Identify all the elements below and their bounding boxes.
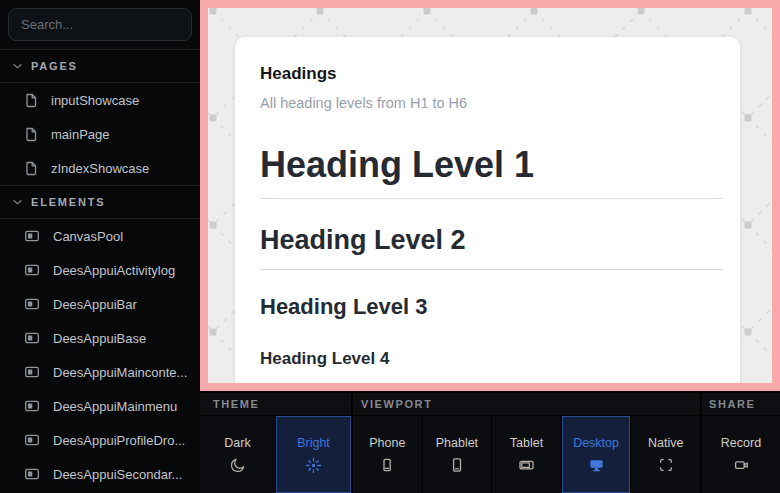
section-label: ELEMENTS: [31, 196, 105, 208]
toolbar-group-label-share: SHARE: [702, 393, 780, 415]
sidebar-item-canvaspool[interactable]: CanvasPool: [0, 219, 200, 253]
phablet-button[interactable]: Phablet: [423, 416, 492, 493]
sun-icon: [305, 457, 322, 474]
page-icon: [24, 161, 38, 176]
sidebar-item-mainpage[interactable]: mainPage: [0, 117, 200, 151]
app-root: PAGESinputShowcasemainPagezIndexShowcase…: [0, 0, 780, 493]
sidebar-item-deesappuibase[interactable]: DeesAppuiBase: [0, 321, 200, 355]
toolbar-section-labels: THEMEVIEWPORTSHARE: [200, 393, 780, 415]
card-subtitle: All heading levels from H1 to H6: [260, 95, 715, 111]
element-icon: [24, 296, 40, 312]
heading-level-4: Heading Level 4: [260, 349, 715, 369]
heading-rule: [260, 198, 723, 199]
tablet-icon: [518, 457, 535, 473]
sidebar-item-label: DeesAppuiSecondar...: [53, 467, 182, 482]
group-label-text: THEME: [213, 398, 260, 410]
element-icon: [24, 432, 40, 448]
tile-label: Phone: [369, 436, 405, 450]
sidebar-item-deesappuiprofiledro[interactable]: DeesAppuiProfileDro...: [0, 423, 200, 457]
preview-canvas-frame: Headings All heading levels from H1 to H…: [200, 0, 780, 391]
sidebar-item-label: DeesAppuiBar: [53, 297, 137, 312]
canvas-pattern-area: Headings All heading levels from H1 to H…: [208, 8, 772, 383]
heading-level-2: Heading Level 2: [260, 225, 715, 256]
sidebar-item-label: DeesAppuiActivitylog: [53, 263, 175, 278]
element-icon: [24, 262, 40, 278]
native-button[interactable]: Native: [631, 416, 700, 493]
element-icon: [24, 330, 40, 346]
sidebar-item-label: mainPage: [51, 127, 110, 142]
sidebar-item-zindexshowcase[interactable]: zIndexShowcase: [0, 151, 200, 185]
heading-level-3: Heading Level 3: [260, 294, 715, 319]
sidebar-item-inputshowcase[interactable]: inputShowcase: [0, 83, 200, 117]
dark-button[interactable]: Dark: [200, 416, 275, 493]
toolbar-group-viewport: PhonePhabletTabletDesktopNative: [353, 416, 700, 493]
element-icon: [24, 364, 40, 380]
desktop-button[interactable]: Desktop: [562, 416, 631, 493]
bottom-toolbar: THEMEVIEWPORTSHARE DarkBrightPhonePhable…: [200, 393, 780, 493]
sidebar-item-label: zIndexShowcase: [51, 161, 149, 176]
chevron-down-icon: [13, 62, 22, 70]
element-icon: [24, 466, 40, 482]
heading-level-1: Heading Level 1: [260, 144, 715, 185]
card-title: Headings: [260, 64, 715, 84]
sidebar-item-deesappuimainmenu[interactable]: DeesAppuiMainmenu: [0, 389, 200, 423]
sidebar-item-label: CanvasPool: [53, 229, 123, 244]
sidebar-item-label: DeesAppuiMainmenu: [53, 399, 177, 414]
section-header-elements[interactable]: ELEMENTS: [0, 186, 200, 218]
tablet-button[interactable]: Tablet: [492, 416, 561, 493]
sidebar-item-label: inputShowcase: [51, 93, 139, 108]
toolbar-group-label-theme: THEME: [200, 393, 351, 415]
desktop-icon: [588, 457, 605, 473]
element-icon: [24, 398, 40, 414]
tile-label: Phablet: [436, 436, 478, 450]
phone-icon: [379, 457, 395, 473]
sidebar-item-label: DeesAppuiProfileDro...: [53, 433, 185, 448]
sidebar-item-label: DeesAppuiBase: [53, 331, 146, 346]
sidebar: PAGESinputShowcasemainPagezIndexShowcase…: [0, 0, 200, 493]
sidebar-item-label: DeesAppuiMainconte...: [53, 365, 187, 380]
search-container: [0, 0, 200, 49]
group-label-text: SHARE: [709, 398, 756, 410]
section-header-pages[interactable]: PAGES: [0, 50, 200, 82]
element-icon: [24, 228, 40, 244]
toolbar-buttons: DarkBrightPhonePhabletTabletDesktopNativ…: [200, 416, 780, 493]
record-button[interactable]: Record: [702, 416, 780, 493]
moon-icon: [230, 457, 246, 473]
toolbar-group-theme: DarkBright: [200, 416, 351, 493]
tile-label: Dark: [224, 436, 250, 450]
headings-showcase-card: Headings All heading levels from H1 to H…: [235, 37, 740, 383]
phablet-icon: [449, 457, 465, 473]
bright-button[interactable]: Bright: [276, 416, 351, 493]
toolbar-group-label-viewport: VIEWPORT: [353, 393, 700, 415]
sidebar-item-deesappuimainconte[interactable]: DeesAppuiMainconte...: [0, 355, 200, 389]
sidebar-item-deesappuisecondar[interactable]: DeesAppuiSecondar...: [0, 457, 200, 491]
sidebar-sections: PAGESinputShowcasemainPagezIndexShowcase…: [0, 50, 200, 491]
chevron-down-icon: [13, 198, 22, 206]
section-label: PAGES: [31, 60, 78, 72]
record-icon: [733, 457, 750, 473]
sidebar-item-deesappuibar[interactable]: DeesAppuiBar: [0, 287, 200, 321]
tile-label: Tablet: [510, 436, 543, 450]
phone-button[interactable]: Phone: [353, 416, 422, 493]
native-icon: [658, 457, 674, 473]
heading-rule: [260, 269, 723, 270]
group-label-text: VIEWPORT: [361, 398, 432, 410]
page-icon: [24, 93, 38, 108]
tile-label: Desktop: [573, 436, 619, 450]
search-input[interactable]: [8, 8, 192, 41]
page-icon: [24, 127, 38, 142]
tile-label: Bright: [297, 436, 330, 450]
tile-label: Native: [648, 436, 683, 450]
tile-label: Record: [721, 436, 761, 450]
headings-list: Heading Level 1Heading Level 2Heading Le…: [260, 144, 715, 383]
sidebar-item-deesappuiactivitylog[interactable]: DeesAppuiActivitylog: [0, 253, 200, 287]
main-column: Headings All heading levels from H1 to H…: [200, 0, 780, 493]
toolbar-group-share: Record: [702, 416, 780, 493]
